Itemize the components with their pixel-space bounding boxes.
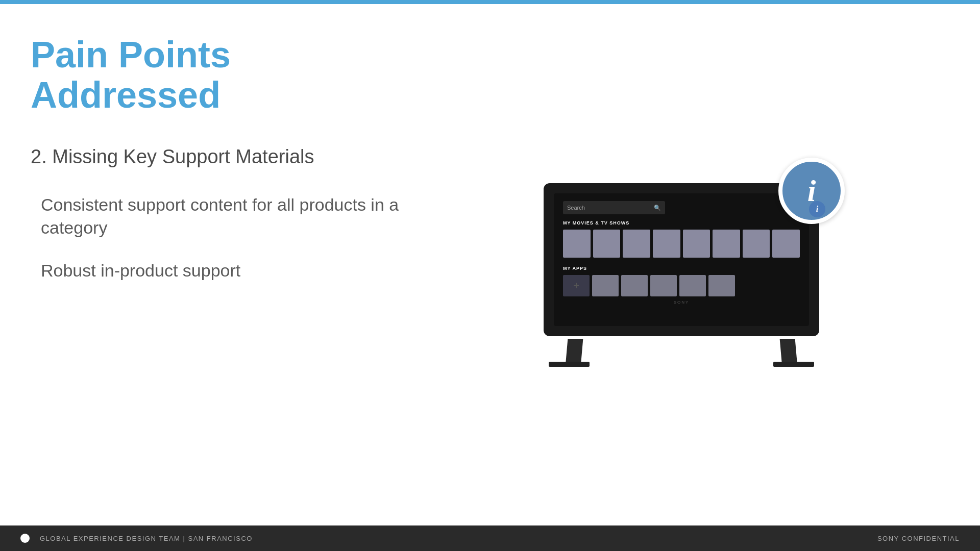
movie-tile (653, 230, 680, 258)
page-title: Pain Points Addressed (31, 35, 413, 115)
top-accent-bar (0, 0, 980, 4)
tv-body: Search 🔍 MY MOVIES & TV SHOWS (544, 183, 819, 336)
apps-section-label: MY APPS (563, 266, 800, 271)
confidential-text: SONY CONFIDENTIAL (877, 535, 960, 542)
app-tile (650, 275, 677, 296)
info-icon-small: i (816, 205, 818, 214)
add-app-icon: + (573, 280, 579, 292)
tv-illustration: Search 🔍 MY MOVIES & TV SHOWS (533, 173, 829, 367)
app-tile (708, 275, 735, 296)
stand-base-right (773, 362, 814, 367)
sony-logo-tv: SONY (674, 300, 690, 305)
movie-grid (563, 230, 800, 258)
bottom-dot (20, 534, 30, 543)
app-tile (592, 275, 619, 296)
tv-search-icon: 🔍 (654, 205, 661, 211)
app-tile (679, 275, 706, 296)
section-subtitle: 2. Missing Key Support Materials (31, 146, 413, 168)
bullet-point-1: Consistent support content for all produ… (31, 193, 413, 238)
movie-tile (593, 230, 621, 258)
movie-tile (772, 230, 800, 258)
movie-tile (623, 230, 650, 258)
tv-search-text: Search (567, 205, 654, 211)
apps-grid: + (563, 275, 800, 296)
movie-tile (713, 230, 740, 258)
stand-base-left (549, 362, 590, 367)
left-panel: Pain Points Addressed 2. Missing Key Sup… (31, 35, 413, 505)
bullet-point-2: Robust in-product support (31, 259, 413, 282)
tv-screen: Search 🔍 MY MOVIES & TV SHOWS (554, 193, 809, 326)
app-tile (621, 275, 648, 296)
info-button-small[interactable]: i (809, 201, 825, 217)
bottom-left: GLOBAL EXPERIENCE DESIGN TEAM | SAN FRAN… (20, 534, 253, 543)
add-app-tile: + (563, 275, 590, 296)
movie-tile (743, 230, 770, 258)
movies-section-label: MY MOVIES & TV SHOWS (563, 220, 800, 226)
team-text: GLOBAL EXPERIENCE DESIGN TEAM | SAN FRAN… (40, 535, 253, 542)
main-content: Pain Points Addressed 2. Missing Key Sup… (0, 4, 980, 525)
movie-tile (563, 230, 591, 258)
bottom-bar: GLOBAL EXPERIENCE DESIGN TEAM | SAN FRAN… (0, 525, 980, 551)
right-panel: Search 🔍 MY MOVIES & TV SHOWS (413, 35, 949, 505)
movie-tile (683, 230, 710, 258)
tv-search-bar: Search 🔍 (563, 201, 665, 214)
